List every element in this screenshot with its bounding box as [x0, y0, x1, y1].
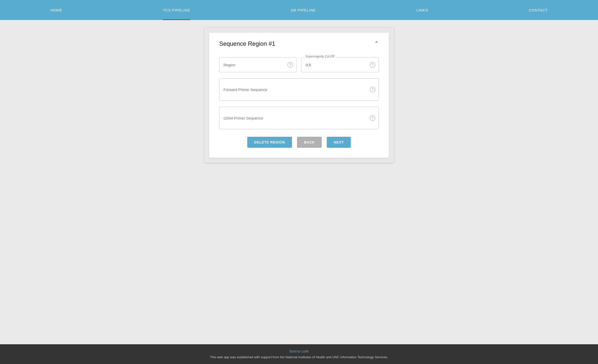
next-button[interactable]: NEXT	[327, 137, 351, 148]
nav-links[interactable]: LINKS	[412, 0, 433, 20]
navigation: HOME TCS PIPELINE DR PIPELINE LINKS CONT…	[0, 0, 598, 20]
footer-source-link[interactable]: Source code	[5, 349, 593, 353]
button-row: DELETE REGION BACK NEXT	[219, 137, 379, 148]
forward-primer-input[interactable]	[219, 78, 379, 101]
section-title: Sequence Region #1	[219, 40, 275, 47]
row-cdna-primer: ?	[219, 107, 379, 129]
cdna-primer-help-icon[interactable]: ?	[370, 115, 375, 121]
row-forward-primer: ?	[219, 78, 379, 101]
supermajority-input[interactable]	[302, 57, 379, 72]
supermajority-label: Supermajority Cut Off	[304, 55, 335, 58]
nav-contact-label: CONTACT	[529, 8, 548, 12]
collapse-icon[interactable]: ⌃	[374, 40, 379, 47]
nav-dr-pipeline[interactable]: DR PIPELINE	[286, 0, 321, 20]
inner-card: Sequence Region #1 ⌃ ? Supermajority Cut…	[209, 33, 389, 158]
nav-links-label: LINKS	[416, 8, 428, 12]
supermajority-container: Supermajority Cut Off ?	[302, 57, 379, 72]
forward-primer-help-icon[interactable]: ?	[370, 87, 375, 92]
region-container: ?	[219, 57, 296, 72]
nav-home[interactable]: HOME	[45, 0, 67, 20]
nav-dr-pipeline-label: DR PIPELINE	[291, 8, 316, 12]
nav-tcs-pipeline-label: TCS PIPELINE	[163, 8, 190, 12]
nav-home-label: HOME	[50, 8, 62, 12]
footer-support-text: This web app was established with suppor…	[5, 355, 593, 359]
forward-primer-container: ?	[219, 78, 379, 101]
region-help-icon[interactable]: ?	[288, 62, 293, 68]
back-button[interactable]: BACK	[297, 137, 322, 148]
supermajority-help-label: ?	[372, 63, 374, 66]
region-help-label: ?	[290, 63, 291, 66]
cdna-primer-help-label: ?	[372, 116, 374, 120]
delete-region-button[interactable]: DELETE REGION	[247, 137, 292, 148]
region-input[interactable]	[219, 57, 296, 72]
row-region: ? Supermajority Cut Off ?	[219, 57, 379, 72]
nav-contact[interactable]: CONTACT	[524, 0, 553, 20]
cdna-primer-container: ?	[219, 107, 379, 129]
outer-card: Sequence Region #1 ⌃ ? Supermajority Cut…	[204, 28, 394, 163]
forward-primer-help-label: ?	[372, 88, 374, 91]
cdna-primer-input[interactable]	[219, 107, 379, 129]
supermajority-help-icon[interactable]: ?	[370, 62, 375, 68]
nav-tcs-pipeline[interactable]: TCS PIPELINE	[158, 0, 195, 20]
footer: Source code This web app was established…	[0, 344, 598, 364]
main-content: Sequence Region #1 ⌃ ? Supermajority Cut…	[0, 20, 598, 344]
section-header: Sequence Region #1 ⌃	[219, 40, 379, 50]
